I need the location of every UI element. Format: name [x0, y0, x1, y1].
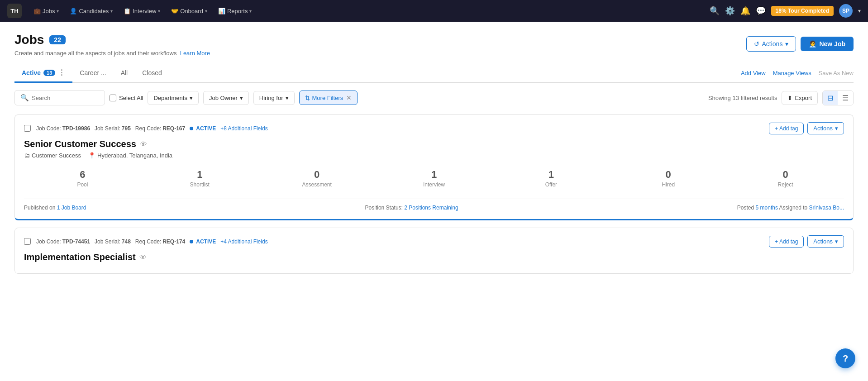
save-as-new-link[interactable]: Save As New	[819, 70, 854, 76]
job-card-1-checkbox[interactable]	[24, 238, 31, 245]
stat-assessment-0[interactable]: 0 Assessment	[258, 165, 376, 191]
job-card-0-checkbox[interactable]	[24, 125, 31, 132]
tab-active-more[interactable]: ⋮	[58, 68, 65, 77]
avatar-chevron[interactable]: ▾	[858, 8, 861, 14]
stat-interview-0[interactable]: 1 Interview	[376, 165, 493, 191]
actions-icon: ↺	[754, 40, 759, 48]
nav-reports[interactable]: 📊 Reports ▾	[214, 5, 257, 17]
stat-pool-value-0: 6	[26, 169, 139, 181]
add-tag-0-button[interactable]: + Add tag	[769, 123, 804, 134]
nav-onboard[interactable]: 🤝 Onboard ▾	[167, 5, 212, 17]
stat-shortlist-value-0: 1	[143, 169, 257, 181]
status-badge-0: ACTIVE	[190, 125, 216, 132]
add-view-link[interactable]: Add View	[741, 70, 766, 76]
tab-career[interactable]: Career ...	[72, 65, 113, 82]
logo[interactable]: TH	[7, 4, 22, 18]
stat-offer-0[interactable]: 1 Offer	[492, 165, 610, 191]
job-board-link-0[interactable]: 1 Job Board	[57, 205, 86, 211]
departments-filter[interactable]: Departments ▾	[148, 91, 198, 105]
select-all-label[interactable]: Select All	[110, 95, 143, 101]
job-card-0-actions: + Add tag Actions ▾	[769, 122, 844, 134]
job-serial-1: Job Serial: 748	[95, 238, 131, 245]
assigned-link-0[interactable]: Srinivasa Bo...	[809, 205, 844, 211]
eye-icon-1[interactable]: 👁	[139, 253, 147, 262]
tab-career-label: Career ...	[80, 69, 106, 76]
nav-candidates-label: Candidates	[79, 8, 109, 14]
job-owner-chevron: ▾	[240, 95, 243, 101]
stat-hired-0[interactable]: 0 Hired	[610, 165, 727, 191]
main-content: Jobs 22 Create and manage all the aspect…	[0, 22, 868, 381]
stats-row-0: 6 Pool 1 Shortlist 0 Assessment 1 Interv…	[24, 165, 844, 191]
actions-0-label: Actions	[813, 125, 833, 132]
learn-more-link[interactable]: Learn More	[180, 50, 210, 57]
stat-shortlist-0[interactable]: 1 Shortlist	[141, 165, 258, 191]
search-box[interactable]: 🔍	[14, 90, 105, 105]
actions-button[interactable]: ↺ Actions ▾	[746, 36, 796, 52]
tab-active-count: 13	[43, 70, 55, 76]
position-status-0: Position Status: 2 Positions Remaining	[365, 205, 458, 211]
tab-active[interactable]: Active 13 ⋮	[14, 64, 72, 83]
tour-badge[interactable]: 18% Tour Completed	[771, 6, 834, 16]
avatar[interactable]: SP	[839, 4, 853, 18]
filter-clear-icon[interactable]: ✕	[346, 94, 352, 101]
search-icon[interactable]: 🔍	[710, 6, 720, 16]
job-card-1-header: Job Code: TPD-74451 Job Serial: 748 Req …	[24, 235, 844, 248]
export-button[interactable]: ⬆ Export	[782, 91, 818, 105]
stat-pool-0[interactable]: 6 Pool	[24, 165, 141, 191]
jobs-heading: Jobs	[14, 33, 44, 47]
job-title-row-1: Implementation Specialist 👁	[24, 252, 844, 262]
search-input[interactable]	[32, 95, 95, 101]
tab-closed-label: Closed	[142, 69, 162, 76]
actions-1-button[interactable]: Actions ▾	[807, 235, 844, 248]
notifications-icon[interactable]: 🔔	[740, 6, 750, 16]
stat-interview-value-0: 1	[377, 169, 491, 181]
additional-fields-0[interactable]: +8 Additional Fields	[220, 125, 267, 132]
published-0: Published on 1 Job Board	[24, 205, 86, 211]
more-filters-button[interactable]: ⇅ More Filters ✕	[299, 90, 358, 105]
onboard-chevron: ▾	[205, 9, 207, 14]
help-fab[interactable]: ?	[835, 348, 855, 368]
posted-link-0[interactable]: 5 months	[756, 205, 778, 211]
job-card-1-actions: + Add tag Actions ▾	[769, 235, 844, 248]
view-toggle: ⊟ ☰	[822, 90, 854, 105]
list-view-button[interactable]: ☰	[838, 91, 853, 105]
eye-icon-0[interactable]: 👁	[140, 140, 147, 148]
hiring-for-filter[interactable]: Hiring for ▾	[253, 91, 295, 105]
select-all-checkbox[interactable]	[110, 95, 116, 101]
new-job-button[interactable]: 🧑‍💼 New Job	[801, 37, 854, 51]
nav-interview[interactable]: 📋 Interview ▾	[119, 5, 165, 17]
stat-shortlist-label-0: Shortlist	[190, 181, 210, 188]
stat-interview-label-0: Interview	[423, 181, 445, 188]
stat-assessment-label-0: Assessment	[302, 181, 331, 188]
stat-reject-0[interactable]: 0 Reject	[727, 165, 844, 191]
nav-candidates[interactable]: 👤 Candidates ▾	[65, 5, 117, 17]
job-title-0[interactable]: Senior Customer Success	[24, 139, 136, 149]
tab-closed[interactable]: Closed	[135, 65, 169, 82]
departments-chevron: ▾	[190, 95, 193, 101]
stat-offer-value-0: 1	[494, 169, 608, 181]
job-title-1[interactable]: Implementation Specialist	[24, 252, 136, 262]
actions-0-button[interactable]: Actions ▾	[807, 122, 844, 134]
location-label-0: Hyderabad, Telangana, India	[97, 152, 172, 159]
add-tag-1-button[interactable]: + Add tag	[769, 236, 804, 248]
page-title: Jobs 22	[14, 33, 210, 47]
grid-view-button[interactable]: ⊟	[823, 91, 838, 105]
search-box-icon: 🔍	[20, 94, 29, 102]
messages-icon[interactable]: 💬	[756, 6, 766, 16]
settings-icon[interactable]: ⚙️	[725, 6, 735, 16]
interview-chevron: ▾	[158, 9, 160, 14]
tab-all[interactable]: All	[114, 65, 135, 82]
job-owner-filter[interactable]: Job Owner ▾	[203, 91, 249, 105]
page-subtitle: Create and manage all the aspects of job…	[14, 50, 210, 57]
tabs: Active 13 ⋮ Career ... All Closed Add Vi…	[14, 64, 854, 83]
manage-views-link[interactable]: Manage Views	[773, 70, 811, 76]
tabs-right: Add View Manage Views Save As New	[741, 70, 854, 76]
job-location-0: 📍 Hyderabad, Telangana, India	[88, 152, 172, 159]
actions-chevron: ▾	[785, 40, 788, 48]
status-dot-0	[190, 127, 193, 130]
additional-fields-1[interactable]: +4 Additional Fields	[220, 238, 267, 245]
positions-remaining-link-0[interactable]: 2 Positions Remaining	[404, 205, 458, 211]
nav-jobs[interactable]: 💼 Jobs ▾	[29, 5, 63, 17]
topnav-right: 🔍 ⚙️ 🔔 💬 18% Tour Completed SP ▾	[710, 4, 861, 18]
new-job-label: New Job	[819, 40, 845, 48]
